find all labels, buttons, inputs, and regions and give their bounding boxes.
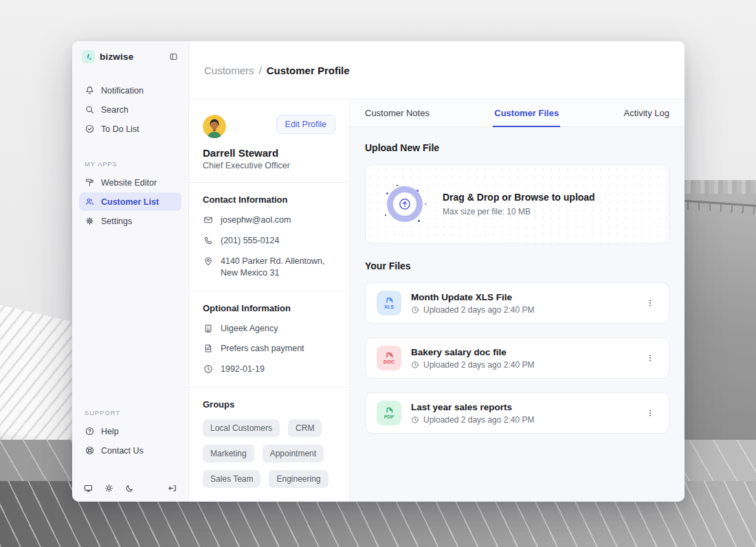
svg-text:XLS: XLS — [384, 304, 394, 310]
group-tag[interactable]: Local Customers — [203, 419, 280, 437]
file-title: Bakery salary doc file — [411, 347, 534, 357]
clock-icon — [411, 306, 419, 314]
tab-content: Upload New File — [350, 127, 685, 460]
group-tag[interactable]: Marketing — [203, 445, 254, 462]
monitor-icon[interactable] — [83, 483, 93, 493]
group-tag[interactable]: Sales Team — [203, 470, 260, 488]
file-info: Bakery salary doc file Uploaded 2 days a… — [411, 347, 534, 370]
email-value: josephw@aol.com — [221, 214, 291, 226]
file-info: Last year sales reports Uploaded 2 days … — [411, 402, 534, 425]
customer-name: Darrell Steward — [203, 147, 335, 159]
file-meta: Uploaded 2 days ago 2:40 PM — [411, 415, 534, 425]
clock-icon — [411, 361, 419, 369]
sidebar-item-label: Settings — [101, 216, 132, 226]
sidebar-item-label: Notification — [101, 86, 144, 96]
phone-value: (201) 555-0124 — [221, 235, 279, 247]
file-dropzone[interactable]: Drag & Drop or Browse to upload Max size… — [365, 164, 669, 244]
sidebar-item-search[interactable]: Search — [79, 100, 181, 119]
paint-roller-icon — [85, 177, 95, 188]
file-row-pdf[interactable]: PDF Last year sales reports Uploaded 2 d… — [365, 392, 669, 434]
avatar — [203, 115, 226, 138]
sidebar-item-label: To Do List — [101, 124, 140, 134]
dark-mode-moon-icon[interactable] — [124, 483, 135, 493]
file-row-doc[interactable]: DOC Bakery salary doc file Uploaded 2 da… — [365, 337, 669, 379]
sidebar-item-help[interactable]: Help — [79, 422, 181, 440]
divider — [189, 387, 349, 388]
files-panel: Customer Notes Customer Files Activity L… — [350, 100, 685, 502]
sidebar-item-customer-list[interactable]: Customer List — [79, 192, 181, 211]
sidebar-footer — [79, 483, 181, 493]
file-info: Month Update XLS File Uploaded 2 days ag… — [411, 292, 534, 315]
file-options-kebab-icon[interactable] — [643, 405, 658, 421]
support-nav: Help Contact Us — [79, 422, 181, 460]
groups-heading: Groups — [203, 399, 335, 410]
sidebar: bizwise Notification Search — [72, 41, 189, 502]
light-mode-sun-icon[interactable] — [104, 483, 114, 493]
sidebar-item-label: Website Editor — [101, 178, 157, 188]
divider — [189, 182, 349, 183]
doc-file-icon: DOC — [377, 346, 401, 370]
file-options-kebab-icon[interactable] — [643, 295, 658, 311]
dropzone-text: Drag & Drop or Browse to upload Max size… — [443, 192, 595, 216]
file-options-kebab-icon[interactable] — [643, 350, 658, 366]
sidebar-item-contact-us[interactable]: Contact Us — [79, 441, 181, 460]
page-header: Customers / Customer Profile — [189, 41, 685, 100]
breadcrumb-parent[interactable]: Customers — [204, 65, 254, 76]
edit-profile-button[interactable]: Edit Profile — [276, 115, 335, 134]
payment-row: Prefers cash payment — [203, 343, 335, 355]
section-label-support: SUPPORT — [79, 409, 181, 416]
phone-icon — [203, 235, 214, 246]
sidebar-item-todo-list[interactable]: To Do List — [79, 120, 181, 138]
file-row-xls[interactable]: XLS Month Update XLS File Uploaded 2 day… — [365, 282, 669, 324]
contact-information-heading: Contact Information — [203, 194, 335, 205]
file-title: Last year sales reports — [411, 402, 534, 412]
bell-icon — [85, 85, 95, 96]
phone-row: (201) 555-0124 — [203, 235, 335, 247]
page-title: Customer Profile — [267, 65, 350, 76]
map-pin-icon — [203, 256, 214, 267]
birthdate-row: 1992-01-19 — [203, 364, 335, 375]
lifebuoy-icon — [85, 445, 95, 456]
group-tag[interactable]: CRM — [288, 419, 322, 437]
sidebar-item-website-editor[interactable]: Website Editor — [79, 173, 181, 192]
logout-icon[interactable] — [167, 483, 177, 493]
sidebar-item-label: Customer List — [101, 197, 159, 207]
sidebar-item-notification[interactable]: Notification — [79, 81, 181, 100]
upload-icon — [382, 181, 427, 227]
content-row: Edit Profile Darrell Steward Chief Execu… — [189, 100, 685, 502]
check-circle-icon — [85, 124, 95, 134]
group-tag[interactable]: Engineering — [269, 470, 328, 488]
sidebar-spacer — [79, 230, 181, 409]
address-row: 4140 Parker Rd. Allentown,New Mexico 31 — [203, 256, 335, 279]
svg-text:PDF: PDF — [384, 414, 394, 420]
optional-information-heading: Optional Information — [203, 303, 335, 313]
sidebar-toggle-icon[interactable] — [168, 52, 179, 62]
mail-icon — [203, 214, 214, 225]
gear-icon — [85, 216, 95, 226]
brand-name: bizwise — [100, 52, 133, 62]
your-files-heading: Your Files — [365, 260, 669, 271]
breadcrumb-separator: / — [259, 65, 262, 76]
my-apps-nav: Website Editor Customer List Settings — [79, 173, 181, 230]
app-window: bizwise Notification Search — [72, 41, 685, 502]
group-tags: Local Customers CRM Marketing Appointmen… — [203, 419, 335, 488]
tab-customer-files[interactable]: Customer Files — [493, 100, 560, 126]
sidebar-item-label: Help — [101, 427, 119, 436]
email-row: josephw@aol.com — [203, 214, 335, 226]
sidebar-item-label: Contact Us — [101, 446, 144, 456]
search-icon — [85, 104, 95, 115]
company-value: Uigeek Agency — [221, 323, 278, 335]
sidebar-item-settings[interactable]: Settings — [79, 212, 181, 230]
main-area: Customers / Customer Profile Edit Profil… — [189, 41, 685, 502]
bizwise-logo-icon — [82, 50, 95, 63]
tab-activity-log[interactable]: Activity Log — [623, 100, 671, 126]
clock-icon — [411, 416, 419, 424]
dropzone-subtitle: Max size per file: 10 MB — [443, 207, 595, 216]
group-tag[interactable]: Appointment — [263, 445, 324, 462]
breadcrumb: Customers / Customer Profile — [204, 65, 350, 76]
profile-top-row: Edit Profile — [203, 115, 335, 138]
building-icon — [203, 323, 214, 334]
customer-job-title: Chief Executive Officer — [203, 161, 335, 170]
tab-customer-notes[interactable]: Customer Notes — [364, 100, 431, 126]
upload-new-file-heading: Upload New File — [365, 142, 669, 153]
